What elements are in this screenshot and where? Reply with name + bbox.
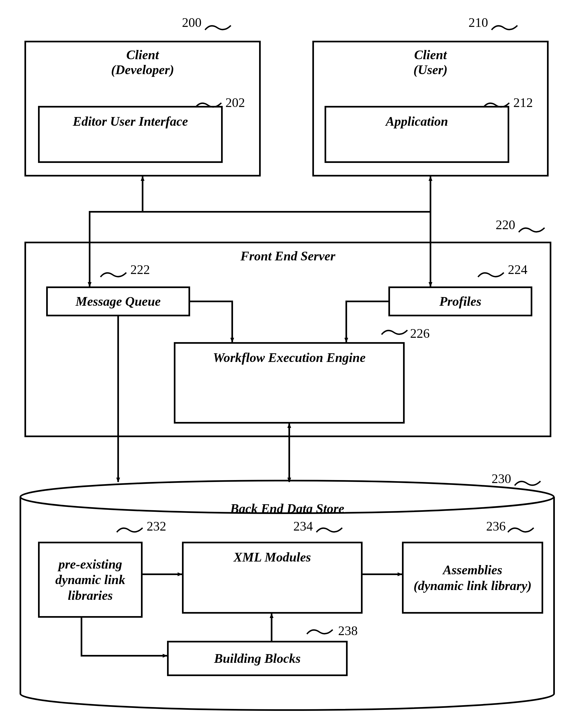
ref-210: 210 [468, 15, 488, 30]
pre-existing-dll-label: pre-existing dynamic link libraries [56, 556, 125, 603]
pre-line3: libraries [68, 588, 113, 602]
ref-238: 238 [338, 623, 358, 638]
ref-212: 212 [513, 95, 533, 110]
ref-234: 234 [293, 519, 313, 533]
assemblies-line2: (dynamic link library) [414, 578, 532, 593]
assemblies-label: Assemblies (dynamic link library) [414, 562, 532, 593]
pre-line1: pre-existing [58, 557, 122, 571]
ref-226: 226 [410, 326, 430, 341]
pre-line2: dynamic link [56, 572, 125, 587]
ref-222: 222 [130, 262, 150, 277]
building-blocks-label: Building Blocks [214, 651, 301, 666]
xml-modules-label: XML Modules [234, 549, 311, 565]
ref-230: 230 [491, 471, 511, 486]
back-end-store-text: Back End Data Store [230, 501, 344, 515]
back-end-store-label: Back End Data Store [20, 501, 554, 516]
ref-224: 224 [508, 262, 527, 277]
building-blocks-box: Building Blocks [167, 641, 348, 676]
pre-existing-dll-box: pre-existing dynamic link libraries [38, 542, 143, 618]
ref-220: 220 [496, 217, 515, 232]
ref-236: 236 [486, 519, 506, 533]
ref-202: 202 [226, 95, 245, 110]
xml-modules-box: XML Modules [182, 542, 362, 614]
assemblies-box: Assemblies (dynamic link library) [402, 542, 543, 614]
assemblies-line1: Assemblies [443, 563, 502, 577]
ref-232: 232 [147, 519, 166, 533]
ref-200: 200 [182, 15, 202, 30]
